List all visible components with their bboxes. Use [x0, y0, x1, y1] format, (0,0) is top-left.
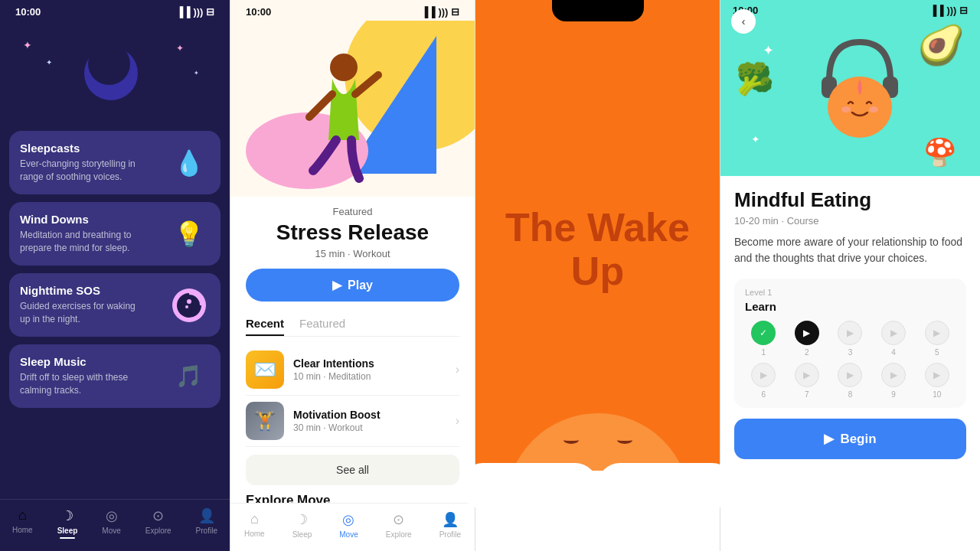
step-1[interactable]: ✓ 1 [745, 321, 782, 357]
p2-nav-move[interactable]: ◎ Move [339, 511, 358, 539]
play-label: Play [348, 279, 373, 292]
nav-move[interactable]: ◎ Move [102, 507, 120, 539]
nav-home-label: Home [12, 526, 33, 534]
motivation-boost-text: Motivation Boost 30 min · Workout [293, 409, 446, 433]
begin-button[interactable]: ▶ Begin [734, 419, 966, 459]
p2-move-label: Move [339, 530, 358, 539]
phone4-hero: 10:00 ▐▐ ))) ⊟ ‹ 🥑 🥦 🍄 [720, 0, 980, 176]
phone4-icons: ▐▐ ))) ⊟ [929, 5, 968, 16]
phone2: 10:00 ▐▐ ))) ⊟ Featured Stress Releas [230, 0, 475, 551]
svg-point-3 [185, 305, 188, 308]
svg-line-5 [309, 94, 332, 117]
sleepcasts-title: Sleepcasts [20, 142, 139, 155]
step-2[interactable]: ▶ 2 [789, 321, 826, 357]
explore-section: Explore Move [246, 493, 459, 503]
step-num-3: 3 [848, 348, 853, 357]
sleep-music-item[interactable]: Sleep Music Drift off to sleep with thes… [9, 344, 220, 408]
step-3[interactable]: ▶ 3 [831, 321, 869, 357]
p2-nav-explore[interactable]: ⊙ Explore [386, 511, 412, 539]
featured-title: Stress Release [246, 220, 459, 245]
step-4[interactable]: ▶ 4 [875, 321, 913, 357]
sleepcasts-icon: 💧 [168, 142, 210, 184]
back-button[interactable]: ‹ [731, 9, 756, 34]
clear-intentions-meta: 10 min · Meditation [293, 371, 446, 382]
wake-up-container: The Wake Up [498, 206, 697, 293]
play-button[interactable]: ▶ Play [246, 269, 459, 302]
step-num-10: 10 [933, 390, 941, 399]
p2-nav-home[interactable]: ⌂ Home [244, 511, 265, 539]
sleep-music-title: Sleep Music [20, 355, 139, 368]
winddowns-title: Wind Downs [20, 213, 139, 226]
tab-featured[interactable]: Featured [299, 312, 345, 336]
nighttime-desc: Guided exercises for waking up in the ni… [20, 300, 139, 326]
step-circle-2: ▶ [795, 321, 819, 345]
step-circle-9: ▶ [881, 363, 906, 387]
phone3-bottom [475, 505, 720, 551]
svg-point-2 [187, 299, 191, 304]
recent-item-motivation[interactable]: 🏋️ Motivation Boost 30 min · Workout › [246, 396, 459, 447]
play-icon: ▶ [332, 278, 341, 292]
phone3: The Wake Up [475, 0, 720, 551]
phone2-status-bar: 10:00 ▐▐ ))) ⊟ [230, 0, 475, 21]
phone3-notch [552, 0, 644, 21]
sleepcasts-item[interactable]: Sleepcasts Ever-changing storytelling in… [9, 131, 220, 194]
sleepcasts-text: Sleepcasts Ever-changing storytelling in… [20, 142, 139, 184]
nav-sleep[interactable]: ☽ Sleep [57, 507, 78, 539]
motivation-boost-meta: 30 min · Workout [293, 422, 446, 433]
phone4-content: Mindful Eating 10-20 min · Course Become… [720, 176, 980, 551]
see-all-button[interactable]: See all [246, 455, 459, 485]
nav-profile[interactable]: 👤 Profile [196, 507, 217, 539]
clear-intentions-title: Clear Intentions [293, 357, 446, 370]
star-icon: ✦ [23, 39, 32, 51]
step-5[interactable]: ▶ 5 [918, 321, 956, 357]
nighttime-icon [168, 284, 210, 326]
step-circle-7: ▶ [795, 363, 819, 387]
step-6[interactable]: ▶ 6 [745, 363, 782, 399]
sun-eyes [506, 413, 690, 444]
mindful-eating-desc: Become more aware of your relationship t… [734, 234, 966, 266]
step-7[interactable]: ▶ 7 [789, 363, 826, 399]
mindful-eating-meta: 10-20 min · Course [734, 215, 966, 227]
level-section: Level 1 Learn ✓ 1 ▶ 2 ▶ 3 ▶ 4 [734, 279, 966, 408]
begin-play-icon: ▶ [824, 431, 834, 447]
step-9[interactable]: ▶ 9 [875, 363, 913, 399]
step-circle-5: ▶ [925, 321, 949, 345]
step-num-4: 4 [891, 348, 896, 357]
nighttime-title: Nighttime SOS [20, 284, 139, 297]
step-circle-4: ▶ [881, 321, 906, 345]
star-icon: ✦ [194, 70, 199, 77]
step-num-7: 7 [805, 390, 809, 399]
svg-point-4 [330, 54, 358, 81]
explore-icon: ⊙ [393, 511, 404, 528]
nav-profile-label: Profile [196, 527, 217, 535]
phone1-icons: ▐▐ ))) ⊟ [176, 6, 214, 18]
p2-explore-label: Explore [386, 530, 412, 539]
nav-home[interactable]: ⌂ Home [12, 507, 33, 539]
nav-explore[interactable]: ⊙ Explore [145, 507, 172, 539]
step-circle-8: ▶ [838, 363, 862, 387]
step-8[interactable]: ▶ 8 [831, 363, 869, 399]
p2-nav-profile[interactable]: 👤 Profile [439, 511, 461, 539]
phone1-time: 10:00 [15, 6, 41, 18]
step-10[interactable]: ▶ 10 [918, 363, 956, 399]
sleep-icon: ☽ [296, 511, 308, 528]
phone1-status-bar: 10:00 ▐▐ ))) ⊟ [0, 0, 230, 24]
star-icon: ✦ [176, 43, 184, 54]
svg-point-11 [869, 106, 878, 112]
home-icon: ⌂ [18, 507, 27, 523]
svg-line-6 [355, 75, 378, 94]
nighttime-sos-item[interactable]: Nighttime SOS Guided exercises for wakin… [9, 273, 220, 337]
winddowns-item[interactable]: Wind Downs Meditation and breathing to p… [9, 202, 220, 266]
sleepcasts-desc: Ever-changing storytelling in range of s… [20, 158, 139, 184]
sparkle-icon: ✦ [763, 42, 774, 59]
recent-item-clear[interactable]: ✉️ Clear Intentions 10 min · Meditation … [246, 344, 459, 396]
explore-title: Explore Move [246, 493, 459, 503]
p2-nav-sleep[interactable]: ☽ Sleep [292, 511, 312, 539]
step-circle-1: ✓ [751, 321, 776, 345]
tab-recent[interactable]: Recent [246, 312, 284, 336]
peach-character [814, 27, 906, 145]
step-circle-3: ▶ [838, 321, 862, 345]
nighttime-text: Nighttime SOS Guided exercises for wakin… [20, 284, 139, 326]
step-circle-6: ▶ [751, 363, 776, 387]
step-num-5: 5 [935, 348, 939, 357]
